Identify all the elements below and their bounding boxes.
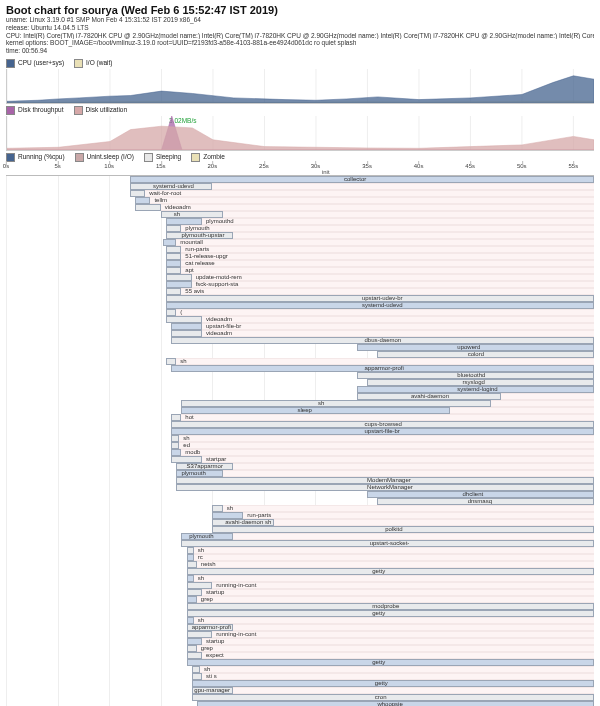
process-label: plymouth xyxy=(187,533,213,540)
process-row: S37apparmor xyxy=(6,463,594,470)
process-gantt: collectorsystemd-udevdwait-for-roottellm… xyxy=(6,176,594,706)
process-row: upstart-file-br xyxy=(6,323,594,330)
legend-label: Disk utilization xyxy=(86,106,128,113)
process-bar xyxy=(181,407,449,414)
process-row: systemd-udevd xyxy=(6,302,594,309)
process-row: plymouth xyxy=(6,470,594,477)
process-row: sh xyxy=(6,666,594,673)
process-row: avahi-daemon sh xyxy=(6,519,594,526)
process-label: tellm xyxy=(152,197,167,204)
legend-item: Running (%cpu) xyxy=(6,153,65,162)
process-row: ed xyxy=(6,442,594,449)
process-label: sh xyxy=(225,505,233,512)
process-row: modprobe xyxy=(6,603,594,610)
process-bar xyxy=(187,554,194,561)
process-row: running-in-cont xyxy=(6,631,594,638)
process-label: hot xyxy=(183,414,193,421)
process-label: polkitd xyxy=(383,526,402,533)
process-row: systemd-udevd xyxy=(6,183,594,190)
process-label: sh xyxy=(316,400,324,407)
process-row: bluetoothd xyxy=(6,372,594,379)
process-label: plymouth xyxy=(183,225,209,232)
process-row: videoadm xyxy=(6,204,594,211)
process-label: rc xyxy=(196,554,203,561)
disk-chart: 3.02MB/s xyxy=(6,116,594,151)
process-bar xyxy=(166,281,192,288)
header-line: kernel options: BOOT_IMAGE=/boot/vmlinuz… xyxy=(6,39,594,47)
legend-swatch xyxy=(191,153,200,162)
process-row: avahi-daemon xyxy=(6,393,594,400)
process-bar xyxy=(192,694,594,701)
process-row: NetworkManager xyxy=(6,484,594,491)
process-row: fsck-support-sta xyxy=(6,281,594,288)
header: Boot chart for sourya (Wed Feb 6 15:52:4… xyxy=(0,0,600,57)
process-row: startup xyxy=(6,638,594,645)
process-row: plymouth xyxy=(6,225,594,232)
process-bar xyxy=(166,309,176,316)
process-label: systemd-logind xyxy=(455,386,497,393)
process-label: sh xyxy=(196,575,204,582)
process-row: 51-release-upgr xyxy=(6,253,594,260)
process-bar xyxy=(187,582,213,589)
process-bar xyxy=(192,666,200,673)
process-row: rc xyxy=(6,554,594,561)
process-label: bluetoothd xyxy=(455,372,485,379)
process-label: sti s xyxy=(204,673,217,680)
process-row: expect xyxy=(6,652,594,659)
process-row: getty xyxy=(6,659,594,666)
process-bar xyxy=(187,659,594,666)
legend-label: Unint.sleep (I/O) xyxy=(87,153,134,160)
process-row: getty xyxy=(6,680,594,687)
process-bar xyxy=(135,204,161,211)
process-label: ( xyxy=(178,309,182,316)
process-bar xyxy=(187,575,194,582)
process-row: mountall xyxy=(6,239,594,246)
axis-tick: 50s xyxy=(517,163,527,169)
process-bar xyxy=(181,400,490,407)
process-bar xyxy=(171,449,181,456)
process-label: update-motd-rem xyxy=(194,274,242,281)
process-row: sh xyxy=(6,400,594,407)
process-label: expect xyxy=(204,652,224,659)
axis-tick: 30s xyxy=(311,163,321,169)
process-label: sh xyxy=(196,547,204,554)
process-label: run-parts xyxy=(183,246,209,253)
process-label: getty xyxy=(370,568,385,575)
process-row: whoopsie xyxy=(6,701,594,706)
process-label: avahi-daemon sh xyxy=(223,519,271,526)
cpu-chart xyxy=(6,69,594,104)
process-label: S37apparmor xyxy=(185,463,223,470)
process-bar xyxy=(187,547,194,554)
legend-swatch xyxy=(6,59,15,68)
process-label: apt xyxy=(183,267,193,274)
process-label: startpar xyxy=(204,456,226,463)
legend-swatch xyxy=(74,59,83,68)
process-bar xyxy=(187,652,202,659)
legend-processes: Running (%cpu)Unint.sleep (I/O)SleepingZ… xyxy=(0,151,600,163)
process-bar xyxy=(212,526,594,533)
process-bar xyxy=(161,211,223,218)
process-bar xyxy=(171,435,179,442)
process-row: hot xyxy=(6,414,594,421)
axis-tick: 20s xyxy=(207,163,217,169)
process-bar xyxy=(187,561,197,568)
process-row: sh xyxy=(6,617,594,624)
process-row: cat release xyxy=(6,260,594,267)
process-label: 51-release-upgr xyxy=(183,253,227,260)
process-row: wait-for-root xyxy=(6,190,594,197)
process-row: grep xyxy=(6,645,594,652)
legend-swatch xyxy=(6,153,15,162)
axis-tick: 55s xyxy=(569,163,579,169)
process-label: modprobe xyxy=(370,603,399,610)
process-label: videoadm xyxy=(204,330,232,337)
process-label: netsh xyxy=(199,561,216,568)
process-label: rsyslogd xyxy=(461,379,485,386)
process-row: dhclient xyxy=(6,491,594,498)
legend-label: CPU (user+sys) xyxy=(18,59,64,66)
process-bar xyxy=(135,197,150,204)
axis-tick: 5s xyxy=(54,163,60,169)
process-row: systemd-logind xyxy=(6,386,594,393)
process-label: sh xyxy=(172,211,180,218)
process-row: ( xyxy=(6,309,594,316)
process-label: startup xyxy=(204,638,224,645)
